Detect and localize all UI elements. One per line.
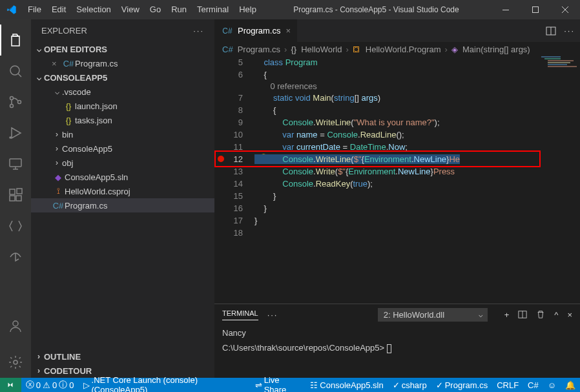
svg-rect-1 — [533, 7, 539, 13]
close-icon[interactable]: × — [285, 26, 291, 36]
outline-section[interactable]: › OUTLINE — [31, 349, 214, 364]
code-content[interactable]: class Program { 0 references static void… — [254, 56, 580, 304]
editor-tab[interactable]: C# Program.cs × — [214, 19, 297, 42]
chevron-down-icon: ⌵ — [479, 311, 483, 319]
status-problems[interactable]: ⓧ0 ⚠0 ⓘ0 — [21, 378, 79, 392]
account-icon[interactable] — [0, 311, 31, 342]
folder-label: bin — [62, 130, 73, 139]
statusbar: ⓧ0 ⚠0 ⓘ0 ▷.NET Core Launch (console) (Co… — [0, 378, 580, 392]
more-icon[interactable]: ··· — [564, 26, 575, 36]
svg-point-5 — [18, 101, 21, 104]
search-icon[interactable] — [0, 56, 31, 87]
status-lang-mode[interactable]: C# — [523, 378, 543, 392]
close-icon[interactable]: × — [52, 59, 62, 68]
menu-bar: File Edit Selection View Go Run Terminal… — [23, 0, 262, 19]
settings-gear-icon[interactable] — [0, 347, 31, 378]
file-launch-json[interactable]: {}launch.json — [31, 99, 214, 113]
new-terminal-icon[interactable]: + — [504, 310, 510, 320]
chevron-right-icon: › — [34, 352, 44, 361]
breakpoint-icon[interactable] — [218, 156, 224, 162]
more-icon[interactable]: ··· — [193, 26, 204, 36]
file-tasks-json[interactable]: {}tasks.json — [31, 113, 214, 127]
codetour-icon[interactable] — [0, 211, 31, 242]
status-solution[interactable]: ☷ConsoleApp5.sln — [306, 378, 388, 392]
code-editor[interactable]: 💡 5 6 7 8 9 10 11 12 13 14 15 16 17 18 c… — [214, 56, 580, 304]
file-label: tasks.json — [75, 116, 112, 125]
sln-file-icon: ◆ — [52, 172, 65, 182]
status-liveshare[interactable]: ⇌Live Share — [251, 378, 306, 392]
open-editor-item[interactable]: × C# Program.cs — [31, 56, 214, 70]
menu-help[interactable]: Help — [234, 0, 262, 19]
csharp-file-icon: C# — [221, 26, 234, 36]
svg-point-12 — [13, 321, 18, 326]
json-file-icon: {} — [62, 116, 75, 125]
split-terminal-icon[interactable] — [518, 310, 527, 320]
maximize-button[interactable] — [521, 0, 550, 19]
menu-terminal[interactable]: Terminal — [192, 0, 234, 19]
terminal-panel: TERMINAL ··· 2: HelloWorld.dll ⌵ + ^ × N… — [214, 304, 580, 378]
menu-selection[interactable]: Selection — [71, 0, 116, 19]
remote-explorer-icon[interactable] — [0, 149, 31, 180]
remote-indicator[interactable] — [0, 378, 21, 392]
folder-label: ConsoleApp5 — [62, 144, 112, 154]
terminal-tab[interactable]: TERMINAL — [222, 309, 258, 320]
class-icon: ⛋ — [353, 45, 361, 54]
file-csproj[interactable]: ⟟HelloWorld.csproj — [31, 184, 214, 198]
chevron-right-icon: › — [52, 130, 62, 139]
svg-point-13 — [14, 360, 17, 364]
folder-obj[interactable]: ›obj — [31, 156, 214, 170]
close-panel-icon[interactable]: × — [567, 310, 572, 320]
status-eol[interactable]: CRLF — [492, 378, 523, 392]
status-feedback-icon[interactable]: ☺ — [543, 378, 561, 392]
file-program-cs[interactable]: C#Program.cs — [31, 198, 214, 212]
json-file-icon: {} — [62, 101, 75, 111]
status-notifications-icon[interactable]: 🔔 — [561, 378, 580, 392]
breadcrumb-item[interactable]: HelloWorld.Program — [366, 45, 441, 54]
kill-terminal-icon[interactable] — [536, 310, 545, 320]
terminal-output: Nancy — [222, 328, 572, 338]
menu-edit[interactable]: Edit — [47, 0, 71, 19]
menu-go[interactable]: Go — [145, 0, 166, 19]
open-editors-section[interactable]: ⌵ OPEN EDITORS — [31, 42, 214, 56]
run-debug-icon[interactable] — [0, 118, 31, 149]
folder-vscode[interactable]: ⌵.vscode — [31, 85, 214, 99]
menu-view[interactable]: View — [116, 0, 145, 19]
csproj-file-icon: ⟟ — [52, 186, 65, 196]
file-sln[interactable]: ◆ConsoleApp5.sln — [31, 170, 214, 184]
breadcrumbs[interactable]: C#Program.cs › {}HelloWorld › ⛋HelloWorl… — [214, 42, 580, 56]
project-section[interactable]: ⌵ CONSOLEAPP5 — [31, 70, 214, 85]
maximize-panel-icon[interactable]: ^ — [554, 310, 558, 320]
svg-point-3 — [10, 97, 14, 100]
breadcrumb-item[interactable]: Program.cs — [238, 45, 280, 54]
breadcrumb-item[interactable]: Main(string[] args) — [462, 45, 530, 54]
section-label: CODETOUR — [44, 366, 92, 376]
editor-area: C# Program.cs × ··· C#Program.cs › {}Hel… — [214, 19, 580, 378]
chevron-down-icon: ⌵ — [52, 87, 62, 96]
status-launch-config[interactable]: ▷.NET Core Launch (console) (ConsoleApp5… — [79, 378, 251, 392]
breadcrumb-item[interactable]: HelloWorld — [301, 45, 342, 54]
extensions-icon[interactable] — [0, 180, 31, 211]
liveshare-icon[interactable] — [0, 242, 31, 273]
tabs-row: C# Program.cs × ··· — [214, 19, 580, 42]
csharp-file-icon: C# — [62, 59, 75, 68]
menu-file[interactable]: File — [23, 0, 47, 19]
folder-bin[interactable]: ›bin — [31, 127, 214, 141]
split-editor-icon[interactable] — [546, 26, 556, 36]
minimize-button[interactable] — [491, 0, 521, 19]
menu-run[interactable]: Run — [166, 0, 192, 19]
close-button[interactable] — [550, 0, 580, 19]
source-control-icon[interactable] — [0, 87, 31, 118]
codelens[interactable]: 0 references — [270, 81, 316, 91]
chevron-right-icon: › — [52, 144, 62, 153]
status-file[interactable]: ✓Program.cs — [431, 378, 492, 392]
svg-rect-0 — [502, 10, 509, 10]
folder-consoleapp5[interactable]: ›ConsoleApp5 — [31, 141, 214, 156]
status-language[interactable]: ✓csharp — [388, 378, 431, 392]
sidebar-title: EXPLORER ··· — [31, 19, 214, 42]
explorer-icon[interactable] — [0, 25, 31, 56]
more-icon[interactable]: ··· — [267, 310, 278, 320]
terminal-dropdown[interactable]: 2: HelloWorld.dll ⌵ — [378, 308, 488, 322]
minimap[interactable] — [541, 56, 580, 82]
svg-point-4 — [10, 105, 14, 108]
terminal-body[interactable]: Nancy C:\Users\thrak\source\repos\Consol… — [214, 325, 580, 378]
